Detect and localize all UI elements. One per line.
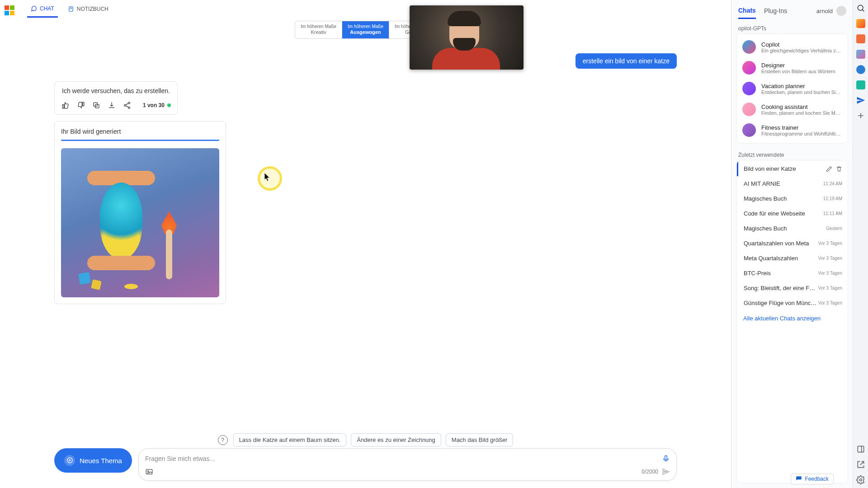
recent-time: 11:19 AM xyxy=(823,196,842,201)
share-button[interactable] xyxy=(123,101,132,110)
recent-time: Gestern xyxy=(826,226,842,231)
recent-title: Song: Bleistift, der eine Füllfeder sein… xyxy=(744,285,818,291)
rail-search-icon[interactable] xyxy=(856,4,865,13)
gpt-title: Copilot xyxy=(761,41,842,48)
tab-notebook[interactable]: NOTIZBUCH xyxy=(64,4,112,17)
help-icon[interactable]: ? xyxy=(218,435,228,445)
dislike-button[interactable] xyxy=(76,101,85,110)
rail-add-icon[interactable] xyxy=(856,111,865,120)
recent-header: Zuletzt verwendete xyxy=(732,148,853,160)
side-tab-plugins[interactable]: Plug-Ins xyxy=(764,4,787,18)
image-upload-icon[interactable] xyxy=(145,468,153,476)
recent-title: Magisches Buch xyxy=(744,225,826,232)
rail-panel-icon[interactable] xyxy=(856,445,865,454)
edit-icon[interactable] xyxy=(826,166,832,172)
char-counter: 0/2000 xyxy=(642,469,658,475)
recent-time: 11:11 AM xyxy=(823,211,842,216)
rail-send-icon[interactable] xyxy=(856,96,865,105)
suggestion-row: ? Lass die Katze auf einem Baum sitzen. … xyxy=(0,433,731,446)
user-menu[interactable]: arnold xyxy=(816,6,846,16)
recent-time: Vor 3 Tagen xyxy=(818,241,842,246)
gpt-title: Fitness trainer xyxy=(761,124,842,131)
gpt-icon xyxy=(742,123,756,137)
main-area: CHAT NOTIZBUCH Im höheren MaßeKreativ Im… xyxy=(0,0,731,488)
tab-notebook-label: NOTIZBUCH xyxy=(77,6,108,12)
gpt-desc: Fitnessprogramme und Wohlfühltipps xyxy=(761,131,842,136)
suggestion-3[interactable]: Mach das Bild größer xyxy=(446,433,514,446)
copy-button[interactable] xyxy=(92,101,101,110)
generated-image-placeholder[interactable] xyxy=(61,148,219,297)
composer: Neues Thema Fragen Sie mich etwas... 0/2… xyxy=(0,448,731,481)
svg-point-12 xyxy=(147,471,149,472)
gpt-item-2[interactable]: Vacation planner Entdecken, planen und b… xyxy=(739,78,846,99)
rail-popout-icon[interactable] xyxy=(856,460,865,469)
feedback-button[interactable]: Feedback xyxy=(791,474,834,484)
suggestion-2[interactable]: Ändere es zu einer Zeichnung xyxy=(351,433,441,446)
side-tab-chats[interactable]: Chats xyxy=(738,3,756,19)
delete-icon[interactable] xyxy=(836,166,842,172)
recent-item-0[interactable]: Bild von einer Katze xyxy=(737,161,848,176)
recent-title: Magisches Buch xyxy=(744,195,823,202)
svg-rect-10 xyxy=(665,455,667,460)
top-tabs: CHAT NOTIZBUCH xyxy=(0,0,731,21)
rail-teal-icon[interactable] xyxy=(856,80,865,89)
recent-title: Quartalszahlen von Meta xyxy=(744,240,818,247)
gpt-item-4[interactable]: Fitness trainer Fitnessprogramme und Woh… xyxy=(739,120,846,141)
gpt-item-1[interactable]: Designer Erstellen von Bildern aus Wörte… xyxy=(739,57,846,78)
tone-balanced[interactable]: Im höheren MaßeAusgewogen xyxy=(342,21,389,38)
ai-message-card: Ich werde versuchen, das zu erstellen. 1… xyxy=(54,81,178,115)
rail-orange-icon[interactable] xyxy=(856,34,865,43)
edge-rail xyxy=(853,0,868,488)
tone-creative[interactable]: Im höheren MaßeKreativ xyxy=(295,21,342,38)
right-sidebar: Chats Plug-Ins arnold opilot-GPTs Copilo… xyxy=(731,0,853,488)
svg-point-19 xyxy=(859,479,862,481)
gpt-item-0[interactable]: Copilot Ein gleichgewichtiges Verhältnis… xyxy=(739,37,846,57)
recent-item-2[interactable]: Magisches Buch11:19 AM xyxy=(737,191,848,206)
gpt-icon xyxy=(742,82,756,95)
recent-title: Meta Quartalszahlen xyxy=(744,255,818,262)
gpt-icon xyxy=(742,61,756,75)
tab-chat[interactable]: CHAT xyxy=(27,4,58,18)
new-topic-icon xyxy=(64,455,75,466)
rail-shopping-icon[interactable] xyxy=(856,19,865,28)
gpt-icon xyxy=(742,103,756,116)
recent-item-5[interactable]: Quartalszahlen von MetaVor 3 Tagen xyxy=(737,236,848,251)
download-button[interactable] xyxy=(107,101,116,110)
recent-item-1[interactable]: AI MIT ARNIE11:24 AM xyxy=(737,176,848,191)
send-icon[interactable] xyxy=(662,468,670,476)
svg-line-14 xyxy=(862,9,864,11)
new-topic-button[interactable]: Neues Thema xyxy=(54,448,132,473)
recent-item-7[interactable]: BTC-PreisVor 3 Tagen xyxy=(737,266,848,281)
image-generation-card: Ihr Bild wird generiert xyxy=(54,121,226,304)
tone-selector: Im höheren MaßeKreativ Im höheren MaßeAu… xyxy=(0,21,731,39)
gpt-desc: Ein gleichgewichtiges Verhältnis zwische… xyxy=(761,48,842,53)
recent-item-3[interactable]: Code für eine Webseite11:11 AM xyxy=(737,206,848,221)
gpt-item-3[interactable]: Cooking assistant Finden, planen und koc… xyxy=(739,99,846,120)
mic-icon[interactable] xyxy=(662,455,670,463)
recent-item-9[interactable]: Günstige Flüge von München nach FraVor 3… xyxy=(737,296,848,310)
recent-title: BTC-Preis xyxy=(744,270,818,277)
response-counter: 1 von 30 xyxy=(143,102,171,108)
gpt-desc: Finden, planen und kochen Sie Mahlzeiten xyxy=(761,110,842,116)
rail-blue-icon[interactable] xyxy=(856,65,865,74)
user-message: erstelle ein bild von einer katze xyxy=(576,53,677,69)
gpt-title: Designer xyxy=(761,62,835,69)
like-button[interactable] xyxy=(61,101,70,110)
gpt-title: Cooking assistant xyxy=(761,103,842,110)
gpt-desc: Entdecken, planen und buchen Sie Reisen xyxy=(761,89,842,95)
recent-item-6[interactable]: Meta QuartalszahlenVor 3 Tagen xyxy=(737,251,848,266)
suggestion-1[interactable]: Lass die Katze auf einem Baum sitzen. xyxy=(233,433,347,446)
generation-status: Ihr Bild wird generiert xyxy=(61,128,219,135)
chat-scroll[interactable]: erstelle ein bild von einer katze Ich we… xyxy=(0,39,731,488)
recent-time: Vor 3 Tagen xyxy=(818,300,842,305)
show-all-chats[interactable]: Alle aktuellen Chats anzeigen xyxy=(737,310,848,326)
status-dot-icon xyxy=(167,103,171,107)
gpt-icon xyxy=(742,40,756,54)
rail-settings-icon[interactable] xyxy=(856,475,865,484)
rail-people-icon[interactable] xyxy=(856,50,865,59)
recent-item-8[interactable]: Song: Bleistift, der eine Füllfeder sein… xyxy=(737,281,848,296)
ai-message-text: Ich werde versuchen, das zu erstellen. xyxy=(55,82,177,98)
recent-item-4[interactable]: Magisches BuchGestern xyxy=(737,221,848,236)
message-input[interactable]: Fragen Sie mich etwas... 0/2000 xyxy=(138,448,677,481)
chat-icon xyxy=(31,5,37,12)
